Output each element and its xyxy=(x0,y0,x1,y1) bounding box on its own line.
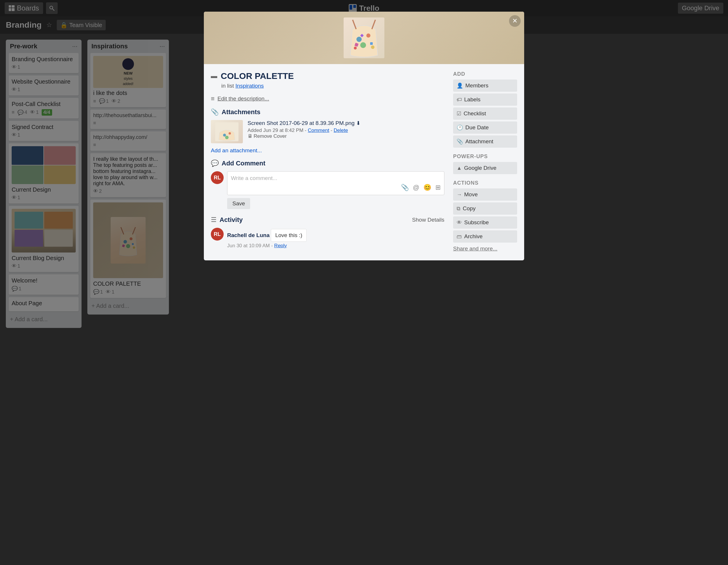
emoji-icon[interactable]: 😊 xyxy=(423,184,431,191)
monitor-icon: 🖥 xyxy=(248,133,252,139)
reply-link[interactable]: Reply xyxy=(274,243,287,248)
activity-item: RL Rachell de Luna Love this :) Jun 30 a… xyxy=(211,228,444,249)
attachment-comment-link[interactable]: Comment xyxy=(308,128,329,133)
clock-icon: 🕐 xyxy=(457,124,463,131)
add-comment-header: 💬 Add Comment xyxy=(211,160,444,167)
add-comment-title: Add Comment xyxy=(222,160,265,167)
attachment-preview-svg xyxy=(215,122,238,141)
modal-overlay: ✕ ▬ COLOR PALETTE in list Inspirations ≡… xyxy=(0,0,728,565)
at-mention-icon[interactable]: @ xyxy=(413,184,419,191)
format-icon[interactable]: ⊞ xyxy=(435,184,441,191)
attachment-thumbnail xyxy=(211,120,243,143)
svg-point-21 xyxy=(360,42,366,48)
svg-point-27 xyxy=(223,134,226,137)
modal-sidebar: Add 👤 Members 🏷 Labels ☑ Checklist 🕐 Due… xyxy=(453,71,517,253)
in-list-label: in list xyxy=(221,83,234,89)
attachment-btn-icon: 📎 xyxy=(457,138,463,145)
activity-icon: ☰ xyxy=(211,216,217,224)
description-section-header: ≡ Edit the description... xyxy=(211,95,444,103)
attachment-section-icon: 📎 xyxy=(211,108,219,116)
sidebar-add-title: Add xyxy=(453,71,517,77)
labels-button[interactable]: 🏷 Labels xyxy=(453,93,517,106)
google-drive-button[interactable]: ▲ Google Drive xyxy=(453,162,517,174)
activity-header: ☰ Activity Show Details xyxy=(211,216,444,224)
attachment-icon[interactable]: 📎 xyxy=(401,184,409,191)
modal-list-info: in list Inspirations xyxy=(221,83,444,89)
svg-rect-23 xyxy=(370,42,373,45)
members-button[interactable]: 👤 Members xyxy=(453,80,517,92)
subscribe-label: Subscribe xyxy=(464,219,489,226)
attachment-button[interactable]: 📎 Attachment xyxy=(453,135,517,148)
comment-input-box[interactable]: Write a comment... 📎 @ 😊 ⊞ xyxy=(227,171,444,195)
svg-point-19 xyxy=(356,37,362,42)
members-label: Members xyxy=(465,82,488,89)
attachment-delete-link[interactable]: Delete xyxy=(334,128,348,133)
due-date-label: Due Date xyxy=(465,124,489,131)
modal-main: ▬ COLOR PALETTE in list Inspirations ≡ E… xyxy=(211,71,453,253)
comment-input-row: RL Write a comment... 📎 @ 😊 ⊞ xyxy=(211,171,444,195)
show-details-button[interactable]: Show Details xyxy=(412,217,444,223)
copy-button[interactable]: ⧉ Copy xyxy=(453,202,517,215)
sidebar-actions-title: Actions xyxy=(453,180,517,186)
comment-placeholder: Write a comment... xyxy=(231,175,277,181)
labels-label: Labels xyxy=(464,96,480,103)
google-drive-icon: ▲ xyxy=(457,165,462,171)
cover-tote-bag-svg xyxy=(345,17,383,58)
move-icon: → xyxy=(457,192,462,198)
card-icon: ▬ xyxy=(211,72,217,80)
attachment-filename: Screen Shot 2017-06-29 at 8.39.36 PM.png… xyxy=(248,120,444,126)
modal-body: ▬ COLOR PALETTE in list Inspirations ≡ E… xyxy=(204,64,524,260)
checklist-button[interactable]: ☑ Checklist xyxy=(453,107,517,120)
comment-toolbar: 📎 @ 😊 ⊞ xyxy=(231,184,441,191)
archive-label: Archive xyxy=(464,233,483,240)
svg-point-25 xyxy=(354,47,357,50)
archive-icon: 🗃 xyxy=(457,234,462,240)
subscribe-icon: 👁 xyxy=(457,220,462,226)
activity-title: Activity xyxy=(220,216,243,224)
modal-cover: ✕ xyxy=(204,12,524,64)
tag-icon: 🏷 xyxy=(457,97,462,103)
comment-section: 💬 Add Comment RL Write a comment... 📎 @ … xyxy=(211,160,444,209)
modal-cover-image xyxy=(344,17,384,58)
modal-close-button[interactable]: ✕ xyxy=(509,15,521,27)
activity-section: ☰ Activity Show Details RL Rachell de Lu… xyxy=(211,216,444,249)
copy-label: Copy xyxy=(463,205,476,212)
attachment-item: Screen Shot 2017-06-29 at 8.39.36 PM.png… xyxy=(211,120,444,143)
copy-icon: ⧉ xyxy=(457,206,460,212)
attachment-meta: Added Jun 29 at 8:42 PM - Comment - Dele… xyxy=(248,128,444,133)
share-and-more-button[interactable]: Share and more... xyxy=(453,244,497,253)
due-date-button[interactable]: 🕐 Due Date xyxy=(453,121,517,134)
svg-point-20 xyxy=(366,33,370,38)
activity-time: Jun 30 at 10:09 AM - Reply xyxy=(227,243,444,249)
attachment-info: Screen Shot 2017-06-29 at 8.39.36 PM.png… xyxy=(248,120,444,139)
download-icon[interactable]: ⬇ xyxy=(356,120,361,126)
person-icon: 👤 xyxy=(457,82,463,89)
modal-title: COLOR PALETTE xyxy=(221,71,294,81)
checklist-label: Checklist xyxy=(464,110,486,117)
svg-point-29 xyxy=(225,136,229,139)
activity-content: Rachell de Luna Love this :) Jun 30 at 1… xyxy=(227,228,444,249)
activity-comment: Love this :) xyxy=(271,229,307,242)
svg-point-28 xyxy=(229,132,231,135)
attachments-section-header: 📎 Attachments xyxy=(211,108,444,116)
svg-point-24 xyxy=(371,45,374,49)
sidebar-power-ups-title: Power-Ups xyxy=(453,153,517,160)
activity-avatar: RL xyxy=(211,228,224,241)
save-comment-button[interactable]: Save xyxy=(227,198,250,209)
desc-section-icon: ≡ xyxy=(211,95,215,103)
attachments-title: Attachments xyxy=(222,108,260,116)
remove-cover-button[interactable]: 🖥 Remove Cover xyxy=(248,133,287,139)
modal-list-link[interactable]: Inspirations xyxy=(236,83,264,89)
checklist-icon: ☑ xyxy=(457,110,461,117)
user-avatar: RL xyxy=(211,171,224,184)
archive-button[interactable]: 🗃 Archive xyxy=(453,230,517,243)
attachment-label: Attachment xyxy=(465,138,493,145)
edit-description-button[interactable]: Edit the description... xyxy=(218,96,269,102)
move-label: Move xyxy=(464,191,478,198)
add-attachment-button[interactable]: Add an attachment... xyxy=(211,147,262,154)
google-drive-label: Google Drive xyxy=(464,165,496,171)
subscribe-button[interactable]: 👁 Subscribe xyxy=(453,216,517,229)
activity-author: Rachell de Luna xyxy=(227,232,270,238)
modal-title-row: ▬ COLOR PALETTE xyxy=(211,71,444,81)
move-button[interactable]: → Move xyxy=(453,188,517,201)
